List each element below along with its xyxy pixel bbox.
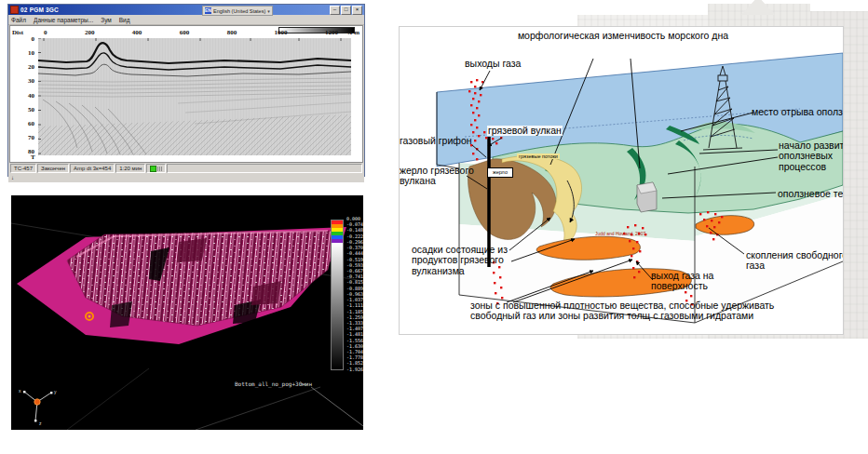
colorbar-value: -1.111 <box>346 303 363 308</box>
colorbar-value: -0.222 <box>346 234 363 239</box>
colorbar-value: -0.889 <box>346 287 363 291</box>
viewer-3d-panel[interactable]: 0.000-0.074-0.148-0.222-0.296-0.370-0.44… <box>11 195 363 430</box>
y-tick-label: 50 <box>28 106 34 114</box>
window-buttons: – □ × <box>330 6 362 15</box>
status-cells: ТС-457ЗаконченAmp dt 3к=4541:20 мин <box>10 164 145 173</box>
svg-text:z: z <box>39 421 42 426</box>
recording-indicator-icon <box>150 166 156 172</box>
x-axis-ticks: 020040060080010001200 <box>38 29 342 36</box>
app-icon <box>10 6 19 14</box>
t-axis-label: T <box>31 154 35 161</box>
y-tick-label: 70 <box>28 134 34 141</box>
label-vent: жерло грязевого вулкана <box>400 166 489 187</box>
status-cell: ТС-457 <box>10 164 36 173</box>
status-spacer <box>167 164 362 173</box>
label-slide-body: оползневое тело <box>778 189 844 199</box>
status-bar: ТС-457ЗаконченAmp dt 3к=4541:20 мин <box>8 163 364 174</box>
seismic-app-window: 02 PGM 3GC EN English (United States) ▾ … <box>7 4 365 177</box>
colorbar-value: -0.519 <box>346 258 363 262</box>
building-spire <box>741 0 775 15</box>
menu-item[interactable]: Вид <box>119 17 130 23</box>
svg-text:y: y <box>54 389 57 394</box>
y-tick-label: 60 <box>28 120 34 127</box>
x-tick-label: 800 <box>227 29 237 36</box>
horizon-caption: Bottom_all_no_pog+30мин <box>235 381 312 387</box>
x-tick-label: 400 <box>132 29 142 36</box>
menu-item[interactable]: Файл <box>11 17 26 23</box>
scroll-down-icon[interactable]: ↓ <box>11 175 14 180</box>
y-axis-ticks: 01020304050607080 <box>20 35 34 155</box>
y-tick-label: 0 <box>32 35 35 43</box>
slide-block-prism <box>637 182 657 212</box>
colorbar-value: -1.481 <box>346 332 363 337</box>
language-icon: EN <box>205 7 211 14</box>
y-tick-label: 30 <box>28 77 34 85</box>
status-cell: 1:20 мин <box>115 164 145 173</box>
window-titlebar[interactable]: 02 PGM 3GC EN English (United States) ▾ … <box>8 5 364 15</box>
maximize-button[interactable]: □ <box>341 6 351 15</box>
menu-item[interactable]: Данные параметры... <box>34 17 93 23</box>
minimize-button[interactable]: – <box>330 6 340 15</box>
label-gas-seeps: выходы газа <box>465 59 521 69</box>
status-indicator <box>146 164 166 173</box>
label-dense-zones: зоны с повышенной плотностью вещества, с… <box>470 300 798 322</box>
menu-bar: ФайлДанные параметры...ЗумВид <box>8 15 364 25</box>
label-morphology: морфологическая изменчивость морского дн… <box>502 31 744 41</box>
colorbar-value: -0.815 <box>346 280 363 285</box>
status-cell: Закончен <box>37 164 69 173</box>
x-tick-label: 600 <box>180 29 190 36</box>
x-tick-label: 0 <box>44 29 47 36</box>
label-mud-flows: грязевые потоки <box>517 154 560 159</box>
y-tick-label: 10 <box>28 49 34 57</box>
label-mud-volcano: грязевой вулкан <box>487 126 563 136</box>
label-credit: Judd and Hovland, 2007 <box>595 232 645 236</box>
colorbar-grayscale <box>332 243 343 369</box>
scroll-row: ↓ <box>8 174 364 182</box>
language-label: English (United States) <box>213 8 265 14</box>
colorbar-value: -1.259 <box>346 315 363 320</box>
x-tick-label: 1200 <box>325 29 338 36</box>
colorbar-value: -1.556 <box>346 339 363 343</box>
label-free-gas: скопления свободного газа <box>746 250 844 272</box>
label-gas-gryphon: газовый грифон <box>400 136 472 146</box>
colorbar-value: -0.593 <box>346 263 363 268</box>
svg-text:x: x <box>19 388 21 394</box>
well-location-dot <box>88 315 91 318</box>
x-tick-label: 200 <box>85 29 95 36</box>
colorbar-value: -1.185 <box>346 310 363 314</box>
seismic-section-plot[interactable] <box>38 38 351 155</box>
label-sediments: осадки состоящие из продуктов грязевого … <box>412 245 544 276</box>
colorbar-value: -1.926 <box>346 367 363 372</box>
close-button[interactable]: × <box>352 6 362 15</box>
level-tick-icon <box>161 167 162 171</box>
language-options-icon[interactable]: ▾ <box>267 8 270 14</box>
label-vent-tag: жерло <box>487 167 513 178</box>
screenshot-canvas: 02 PGM 3GC EN English (United States) ▾ … <box>0 0 868 454</box>
label-gas-surface: выход газа на поверхность <box>651 271 767 292</box>
colorbar-value-labels: 0.000-0.074-0.148-0.222-0.296-0.370-0.44… <box>346 217 363 372</box>
menu-item[interactable]: Зум <box>101 17 112 23</box>
label-slide-start: начало развития оползневых процессов <box>779 140 844 172</box>
window-title: 02 PGM 3GC <box>20 7 59 13</box>
axis-triad-icon: x y z <box>17 387 58 426</box>
level-tick-icon <box>159 167 160 171</box>
colorbar-value: -1.852 <box>346 361 363 366</box>
level-tick-icon <box>157 167 158 171</box>
y-tick-label: 40 <box>28 92 34 100</box>
y-tick-label: 20 <box>28 63 34 71</box>
language-bar[interactable]: EN English (United States) ▾ <box>202 6 273 16</box>
x-tick-label: 1000 <box>275 29 288 36</box>
colorbar-3d <box>331 220 344 370</box>
x-axis-unit: X m <box>347 29 359 36</box>
terrain-3d-view[interactable] <box>11 195 363 430</box>
geohazard-diagram: морфологическая изменчивость морского дн… <box>399 26 844 335</box>
colorbar-value: -0.148 <box>346 228 363 233</box>
plot-area: Dist 020040060080010001200 X m 010203040… <box>9 25 363 163</box>
label-detachment: место отрыва оползня <box>752 107 844 117</box>
status-cell: Amp dt 3к=454 <box>70 164 115 173</box>
colorbar-value: -0.444 <box>346 251 363 256</box>
